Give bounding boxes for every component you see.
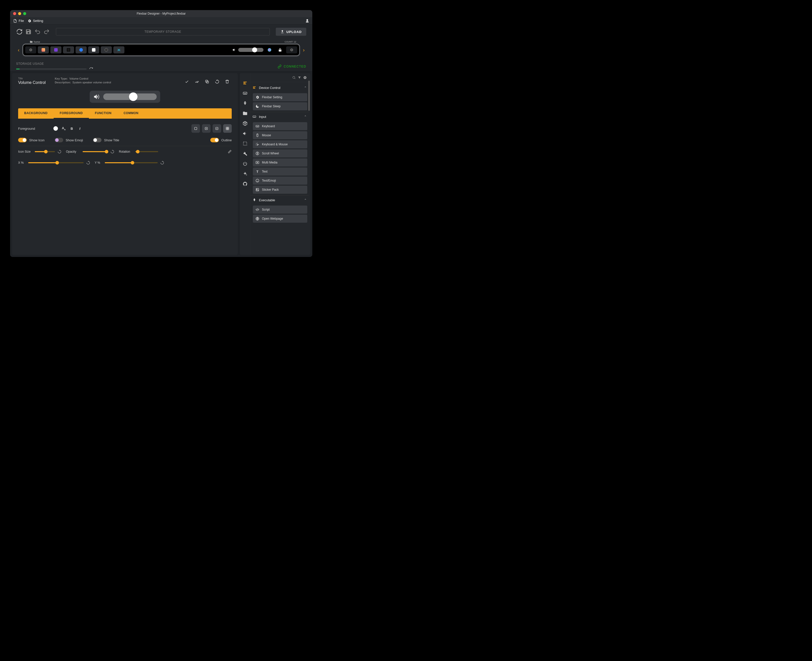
layout-plus-button[interactable] bbox=[202, 124, 211, 133]
undo-button[interactable] bbox=[34, 29, 41, 35]
nav-sparkle-icon[interactable] bbox=[242, 171, 247, 176]
slider-thumb[interactable] bbox=[129, 93, 137, 101]
action-scroll-wheel[interactable]: Scroll Wheel bbox=[253, 149, 307, 157]
preview-slider[interactable] bbox=[103, 93, 157, 100]
action-script[interactable]: Script bbox=[253, 206, 307, 214]
action-mouse[interactable]: Mouse bbox=[253, 131, 307, 139]
nav-github-icon[interactable] bbox=[242, 181, 247, 187]
menu-setting[interactable]: Setting bbox=[27, 19, 43, 23]
bar-key-app2[interactable] bbox=[50, 46, 61, 53]
tab-common[interactable]: COMMON bbox=[118, 108, 145, 119]
slack-icon bbox=[92, 48, 96, 52]
temporary-storage-dropzone[interactable]: TEMPORARY STORAGE bbox=[56, 28, 270, 35]
bar-key-app7[interactable]: Ж bbox=[113, 46, 124, 53]
bar-next-button[interactable]: › bbox=[301, 47, 306, 53]
category-device-control[interactable]: Device Control ⌃ bbox=[250, 83, 309, 92]
bar-key-app3[interactable] bbox=[63, 46, 74, 53]
y-pct-slider[interactable] bbox=[105, 162, 158, 163]
bar-key-app4[interactable] bbox=[75, 46, 87, 53]
nav-cube-icon[interactable] bbox=[242, 121, 247, 126]
breadcrumb[interactable]: home bbox=[34, 41, 40, 43]
tab-background[interactable]: BACKGROUND bbox=[18, 108, 54, 119]
opacity-reset[interactable] bbox=[110, 150, 114, 154]
delete-button[interactable] bbox=[223, 77, 232, 86]
add-icon[interactable] bbox=[303, 75, 307, 80]
menubar: File Setting bbox=[10, 17, 312, 25]
search-icon[interactable] bbox=[292, 75, 296, 80]
italic-button[interactable]: I bbox=[78, 127, 82, 131]
bar-key-close-right[interactable] bbox=[286, 46, 297, 53]
sidebar-scrollbar[interactable] bbox=[308, 81, 310, 252]
action-keyboard[interactable]: Keyboard bbox=[253, 122, 307, 130]
bar-key-app6[interactable] bbox=[101, 46, 112, 53]
key-title[interactable]: Volume Control bbox=[18, 80, 46, 85]
tab-function[interactable]: FUNCTION bbox=[89, 108, 118, 119]
layout-check-button[interactable] bbox=[212, 124, 221, 133]
bar-key-close-left[interactable] bbox=[25, 46, 36, 53]
bar-volume-control[interactable] bbox=[232, 48, 263, 52]
nav-keyboard-icon[interactable] bbox=[242, 91, 247, 96]
account-icon[interactable] bbox=[305, 19, 309, 23]
save-button[interactable] bbox=[25, 29, 32, 35]
show-emoji-toggle[interactable] bbox=[55, 138, 63, 142]
x-pct-slider[interactable] bbox=[28, 162, 84, 163]
bar-key-app5[interactable] bbox=[88, 46, 99, 53]
bar-volume-slider[interactable] bbox=[238, 48, 263, 52]
nav-selection-icon[interactable] bbox=[242, 141, 247, 146]
action-sticker-pack[interactable]: Sticker Pack bbox=[253, 186, 307, 194]
key-preview bbox=[90, 91, 160, 103]
filter-icon[interactable] bbox=[298, 75, 301, 80]
ruler-icon[interactable] bbox=[228, 150, 232, 154]
y-reset[interactable] bbox=[160, 161, 164, 165]
bar-key-siri[interactable] bbox=[265, 46, 274, 53]
tab-foreground[interactable]: FOREGROUND bbox=[54, 108, 89, 119]
window-minimize-button[interactable] bbox=[18, 12, 21, 15]
action-open-webpage[interactable]: Open Webpage bbox=[253, 215, 307, 223]
storage-refresh-button[interactable] bbox=[89, 67, 93, 71]
apply-button[interactable] bbox=[182, 77, 191, 86]
action-flexbar-setting[interactable]: Flexbar Setting bbox=[253, 93, 307, 101]
layout-single-button[interactable] bbox=[191, 124, 200, 133]
foreground-color-picker[interactable] bbox=[53, 126, 58, 131]
bar-prev-button[interactable]: ‹ bbox=[16, 47, 21, 53]
bar-key-lock[interactable] bbox=[276, 46, 285, 53]
layout-grid-button[interactable] bbox=[223, 124, 232, 133]
reset-button[interactable] bbox=[212, 77, 222, 86]
action-keyboard-mouse[interactable]: Keyboard & Mouse bbox=[253, 141, 307, 148]
nav-tools-icon[interactable] bbox=[242, 151, 247, 156]
opacity-slider[interactable] bbox=[83, 151, 108, 152]
slider-thumb[interactable] bbox=[252, 47, 257, 53]
font-case-button[interactable]: AA bbox=[61, 126, 66, 131]
svg-rect-8 bbox=[243, 81, 247, 82]
action-flexbar-sleep[interactable]: Flexbar Sleep bbox=[253, 102, 307, 110]
action-multi-media[interactable]: Multi Media bbox=[253, 158, 307, 166]
bar-key-app1[interactable] bbox=[38, 46, 49, 53]
duplicate-button[interactable] bbox=[203, 77, 212, 86]
bold-button[interactable]: B bbox=[70, 127, 74, 131]
upload-button[interactable]: UPLOAD bbox=[276, 28, 306, 36]
nav-layers-icon[interactable] bbox=[242, 81, 247, 86]
apply-all-button[interactable] bbox=[192, 77, 201, 86]
category-input[interactable]: Input ⌃ bbox=[250, 112, 309, 121]
nav-rocket-icon[interactable] bbox=[242, 101, 247, 106]
mouse-icon bbox=[255, 133, 259, 137]
show-title-toggle[interactable] bbox=[93, 138, 102, 142]
action-text[interactable]: TText bbox=[253, 168, 307, 176]
x-reset[interactable] bbox=[86, 161, 90, 165]
nav-volume-icon[interactable] bbox=[242, 131, 247, 136]
window-close-button[interactable] bbox=[13, 12, 16, 15]
show-icon-toggle[interactable] bbox=[18, 138, 27, 142]
redo-button[interactable] bbox=[43, 29, 50, 35]
nav-power-icon[interactable] bbox=[242, 161, 247, 166]
window-maximize-button[interactable] bbox=[23, 12, 26, 15]
icon-size-slider[interactable] bbox=[35, 151, 55, 152]
outline-toggle[interactable] bbox=[210, 138, 219, 142]
refresh-button[interactable] bbox=[16, 29, 23, 35]
icon-size-reset[interactable] bbox=[57, 150, 61, 154]
rotation-slider[interactable] bbox=[136, 151, 158, 152]
nav-folder-icon[interactable] bbox=[242, 111, 247, 116]
menu-file[interactable]: File bbox=[13, 19, 24, 23]
action-text-emoji[interactable]: Text/Emoji bbox=[253, 177, 307, 185]
category-executable[interactable]: Executable ⌃ bbox=[250, 195, 309, 204]
search-input[interactable] bbox=[252, 76, 290, 79]
